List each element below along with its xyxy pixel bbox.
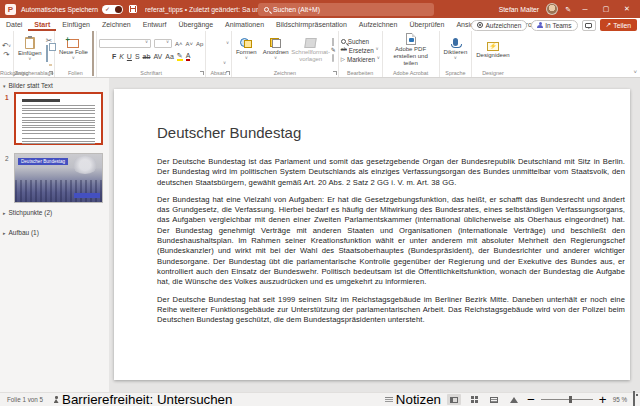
line-spacing-button[interactable]: ˅ bbox=[226, 33, 229, 48]
zoom-slider[interactable] bbox=[541, 399, 593, 400]
pencil-icon[interactable]: ✎ bbox=[565, 6, 571, 13]
character-spacing-button[interactable]: AV bbox=[153, 53, 162, 60]
shape-effects-button[interactable] bbox=[332, 55, 334, 61]
tab-datei[interactable]: Datei bbox=[0, 18, 28, 31]
copy-icon bbox=[46, 45, 48, 62]
reading-view-button[interactable] bbox=[487, 394, 501, 405]
columns-button[interactable]: ˅ bbox=[223, 53, 226, 68]
maximize-button[interactable]: ▢ bbox=[599, 5, 613, 13]
clear-formatting-button[interactable]: Ap bbox=[196, 41, 203, 47]
user-name[interactable]: Stefan Malter bbox=[499, 6, 539, 13]
copy-button[interactable] bbox=[46, 46, 51, 61]
reset-button[interactable] bbox=[92, 43, 94, 58]
tab-animationen[interactable]: Animationen bbox=[219, 18, 270, 31]
text-highlight-button[interactable]: ✎ bbox=[177, 52, 183, 61]
new-slide-icon bbox=[67, 39, 79, 48]
minimize-button[interactable]: ─ bbox=[578, 6, 592, 13]
paste-button[interactable]: Einfügen ˅ bbox=[16, 37, 44, 62]
text-shadow-button[interactable]: S bbox=[135, 53, 140, 60]
tab-einfuegen[interactable]: Einfügen bbox=[56, 18, 96, 31]
slide-sorter-button[interactable] bbox=[467, 394, 481, 405]
bold-button[interactable]: F bbox=[112, 53, 116, 60]
shapes-button[interactable]: Formen ˅ bbox=[234, 38, 259, 61]
grow-font-button[interactable]: A˄ bbox=[175, 41, 183, 47]
shrink-font-button[interactable]: A˅ bbox=[185, 41, 193, 47]
tab-entwurf[interactable]: Entwurf bbox=[137, 18, 173, 31]
tab-bildschirmpraesentation[interactable]: Bildschirmpräsentation bbox=[270, 18, 353, 31]
find-button[interactable]: Suchen bbox=[341, 38, 369, 45]
redo-button[interactable]: ↷ bbox=[3, 51, 9, 59]
slide-thumbnail-2[interactable]: Deutscher Bundestag bbox=[14, 153, 103, 203]
replace-button[interactable]: ab Ersetzen ˅ bbox=[341, 47, 379, 54]
undo-button[interactable]: ↶˅ bbox=[2, 42, 11, 50]
design-ideas-button[interactable]: ⚡ Designideen bbox=[474, 42, 511, 59]
zoom-slider-knob[interactable] bbox=[569, 396, 572, 403]
bullets-button[interactable] bbox=[208, 33, 211, 48]
slideshow-button[interactable] bbox=[507, 394, 521, 405]
slide-body-text[interactable]: Der Deutsche Bundestag ist das Parlament… bbox=[157, 157, 625, 332]
close-button[interactable]: ✕ bbox=[620, 5, 634, 13]
zoom-in-button[interactable]: + bbox=[599, 392, 607, 406]
group-label-undo: Rückgängig bbox=[0, 70, 13, 76]
strikethrough-button[interactable]: ab bbox=[143, 53, 151, 60]
reading-view-icon bbox=[490, 397, 498, 403]
adobe-pdf-button[interactable]: Adobe PDF erstellen und teilen bbox=[385, 33, 437, 67]
quick-styles-button[interactable]: Schnellformat­vorlagen bbox=[293, 38, 329, 63]
main-area: ▾ Bilder statt Text 1 2 Deutscher Bundes… bbox=[0, 78, 640, 392]
new-slide-button[interactable]: Neue Folie ˅ bbox=[57, 39, 90, 61]
comment-icon bbox=[585, 23, 592, 28]
zoom-level[interactable]: 95 % bbox=[613, 396, 627, 403]
section-header-structure[interactable]: ▸ Aufbau (1) bbox=[3, 229, 39, 236]
select-button[interactable]: ▷ Markieren ˅ bbox=[341, 56, 380, 63]
notes-icon bbox=[385, 397, 393, 403]
section-header-bullets[interactable]: ▸ Stichpunkte (2) bbox=[3, 209, 52, 216]
font-color-button[interactable]: A bbox=[186, 52, 191, 61]
record-label: Aufzeichnen bbox=[485, 22, 521, 29]
reset-icon bbox=[92, 42, 94, 59]
avatar[interactable] bbox=[546, 3, 558, 15]
accessibility-button[interactable]: Barrierefreiheit: Untersuchen bbox=[53, 392, 232, 406]
record-button[interactable]: Aufzeichnen bbox=[471, 20, 527, 31]
fit-to-window-button[interactable] bbox=[633, 392, 635, 406]
dictate-button[interactable]: Diktieren ˅ bbox=[442, 38, 470, 61]
change-case-button[interactable]: Aa bbox=[165, 53, 174, 60]
toggle-knob bbox=[115, 6, 122, 13]
tab-start[interactable]: Start bbox=[28, 18, 56, 31]
italic-button[interactable]: K bbox=[119, 53, 124, 60]
underline-button[interactable]: U bbox=[127, 53, 132, 60]
comments-button[interactable] bbox=[582, 20, 596, 31]
zoom-out-button[interactable]: − bbox=[527, 392, 535, 406]
numbering-button[interactable] bbox=[214, 33, 217, 48]
arrange-button[interactable]: Anordnen ˅ bbox=[261, 38, 291, 61]
section-label: Bilder statt Text bbox=[9, 82, 53, 89]
slide-sorter-icon bbox=[471, 396, 478, 403]
shape-fill-icon bbox=[332, 38, 334, 46]
teams-button[interactable]: In Teams bbox=[531, 20, 577, 31]
normal-view-button[interactable] bbox=[447, 394, 461, 405]
font-name-select[interactable]: ˅ bbox=[99, 39, 151, 48]
shapes-label: Formen bbox=[236, 49, 257, 56]
status-bar: Folie 1 von 5 Barrierefreiheit: Untersuc… bbox=[0, 392, 640, 406]
tab-aufzeichnen[interactable]: Aufzeichnen bbox=[353, 18, 404, 31]
slide-title[interactable]: Deutscher Bundestag bbox=[157, 124, 301, 141]
font-size-select[interactable]: ˅ bbox=[154, 39, 172, 48]
tab-uebergaenge[interactable]: Übergänge bbox=[172, 18, 219, 31]
tab-zeichnen[interactable]: Zeichnen bbox=[96, 18, 137, 31]
section-header-images[interactable]: ▾ Bilder statt Text bbox=[3, 82, 53, 89]
share-button[interactable]: ↗ Teilen bbox=[600, 19, 637, 31]
current-slide[interactable]: Deutscher Bundestag Der Deutsche Bundest… bbox=[114, 89, 630, 380]
paste-label: Einfügen bbox=[18, 50, 42, 57]
ribbon-group-slides: Neue Folie ˅ Folien bbox=[55, 31, 97, 77]
shape-fill-button[interactable] bbox=[332, 39, 334, 45]
search-input[interactable]: Suchen (Alt+M) bbox=[258, 3, 434, 16]
thumbnail-text-block bbox=[22, 138, 95, 146]
layout-button[interactable] bbox=[92, 31, 94, 41]
notes-button[interactable]: Notizen bbox=[385, 392, 441, 406]
dictate-label: Diktieren bbox=[444, 49, 468, 56]
save-icon[interactable] bbox=[129, 5, 137, 13]
slide-thumbnail-1[interactable] bbox=[14, 92, 103, 145]
autosave-toggle[interactable]: ✓ bbox=[102, 5, 123, 14]
shape-outline-button[interactable]: ✎ bbox=[331, 47, 336, 53]
collapse-ribbon-icon[interactable]: ˅ bbox=[633, 69, 637, 75]
tab-ueberpruefen[interactable]: Überprüfen bbox=[403, 18, 450, 31]
